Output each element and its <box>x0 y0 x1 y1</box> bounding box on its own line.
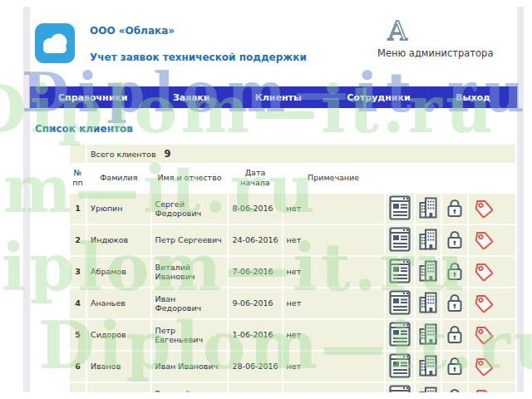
table-row: 3 Абрамов Виталий Иванович 7-06-2016 нет <box>70 257 515 287</box>
row-number: 3 <box>70 257 86 287</box>
row-date: 1-05-2016 <box>229 383 281 392</box>
row-name: Иван Федорович <box>152 288 228 318</box>
row-number: 5 <box>70 320 86 350</box>
lock-icon[interactable] <box>446 198 464 218</box>
company-building-icon[interactable] <box>419 323 437 345</box>
row-note: нет <box>283 288 384 318</box>
summary-spacer <box>70 145 86 163</box>
view-details-icon[interactable] <box>389 322 411 347</box>
row-surname: Урюпин <box>87 194 150 224</box>
nav-item-sotrudniki[interactable]: Сотрудники <box>347 92 410 103</box>
column-header: Имя и отчество <box>152 165 228 192</box>
clients-total: Всего клиентов9 <box>87 145 515 163</box>
row-number: 7 <box>70 383 86 392</box>
client-table-body: Всего клиентов9 № ппФамилияИмя и отчеств… <box>70 145 515 392</box>
row-surname: Иванов <box>87 352 150 382</box>
delete-tag-icon[interactable] <box>472 355 494 377</box>
table-row: 6 Иванов Иван Иванович 28-06-2016 нет <box>70 352 515 382</box>
content-card: ООО «Облака» Учет заявок технической под… <box>30 7 517 392</box>
row-note: первичное обращение <box>283 383 384 392</box>
clients-total-count: 9 <box>165 148 171 160</box>
row-name: Сергей Федорович <box>152 194 228 224</box>
delete-tag-icon[interactable] <box>472 260 494 282</box>
delete-tag-icon[interactable] <box>472 229 494 250</box>
table-row: 5 Сидоров Петр Евгеньевич 1-06-2016 нет <box>70 320 515 350</box>
admin-letter-icon: A <box>382 15 517 47</box>
admin-menu[interactable]: A Меню администратора <box>377 15 517 59</box>
row-name: Иван Иванович <box>152 352 228 382</box>
table-row: 7 Петров Василий Александрович 1-05-2016… <box>70 383 515 392</box>
row-date: 28-06-2016 <box>229 352 281 382</box>
row-surname: Абрамов <box>87 257 150 287</box>
row-note: нет <box>283 320 384 350</box>
row-note: нет <box>283 352 384 382</box>
summary-row: Всего клиентов9 <box>70 145 515 163</box>
column-header: Фамилия <box>87 165 150 192</box>
company-building-icon[interactable] <box>419 260 437 282</box>
view-details-icon[interactable] <box>389 353 411 378</box>
delete-tag-icon[interactable] <box>472 292 494 313</box>
table-row: 4 Ананьев Иван Федорович 9-06-2016 нет <box>70 288 515 318</box>
lock-icon[interactable] <box>446 387 464 392</box>
admin-menu-label: Меню администратора <box>377 47 517 59</box>
lock-icon[interactable] <box>446 261 464 281</box>
row-number: 6 <box>70 352 86 382</box>
row-note: нет <box>283 225 384 255</box>
row-note: нет <box>283 257 384 287</box>
row-surname: Петров <box>87 383 150 392</box>
row-date: 24-06-2016 <box>229 225 281 255</box>
clients-total-label: Всего клиентов <box>91 150 155 159</box>
company-building-icon[interactable] <box>419 229 437 250</box>
company-building-icon[interactable] <box>419 355 437 377</box>
column-header-row: № ппФамилияИмя и отчествоДата началаПрим… <box>70 165 515 192</box>
nav-item-klienty[interactable]: Клиенты <box>255 92 302 103</box>
company-building-icon[interactable] <box>419 292 437 313</box>
row-name: Петр Сергеевич <box>152 225 228 255</box>
row-name: Петр Евгеньевич <box>152 320 228 350</box>
view-details-icon[interactable] <box>389 227 411 252</box>
column-header-spacer <box>386 165 515 192</box>
lock-icon[interactable] <box>446 356 464 376</box>
row-number: 1 <box>70 194 86 224</box>
table-row: 1 Урюпин Сергей Федорович 8-06-2016 нет <box>70 194 515 224</box>
row-name: Василий Александрович <box>152 383 228 392</box>
row-date: 1-06-2016 <box>229 320 281 350</box>
row-name: Виталий Иванович <box>152 257 228 287</box>
app-header: ООО «Облака» Учет заявок технической под… <box>30 7 517 86</box>
row-number: 2 <box>70 225 86 255</box>
table-row: 2 Индюков Петр Сергеевич 24-06-2016 нет <box>70 225 515 255</box>
lock-icon[interactable] <box>446 293 464 313</box>
column-header: № пп <box>70 165 86 192</box>
svg-text:A: A <box>387 15 407 47</box>
view-details-icon[interactable] <box>389 385 411 392</box>
company-building-icon[interactable] <box>419 387 437 392</box>
main-nav: СправочникиЗаявкиКлиентыСотрудникиВыход <box>30 86 517 108</box>
row-date: 8-06-2016 <box>229 194 281 224</box>
view-details-icon[interactable] <box>389 195 411 220</box>
row-surname: Сидоров <box>87 320 150 350</box>
view-details-icon[interactable] <box>389 259 411 283</box>
company-name: ООО «Облака» <box>90 25 307 37</box>
row-number: 4 <box>70 288 86 318</box>
view-details-icon[interactable] <box>389 290 411 315</box>
row-date: 7-06-2016 <box>229 257 281 287</box>
titles: ООО «Облака» Учет заявок технической под… <box>90 25 307 63</box>
lock-icon[interactable] <box>446 229 464 249</box>
delete-tag-icon[interactable] <box>472 323 494 345</box>
row-surname: Индюков <box>87 225 150 255</box>
lock-icon[interactable] <box>446 324 464 344</box>
page-title: Список клиентов <box>35 123 517 135</box>
row-date: 9-06-2016 <box>229 288 281 318</box>
column-header: Дата начала <box>229 165 281 192</box>
app-title: Учет заявок технической поддержки <box>90 52 307 63</box>
delete-tag-icon[interactable] <box>472 387 494 392</box>
nav-item-zayavki[interactable]: Заявки <box>173 92 209 103</box>
screen: ООО «Облака» Учет заявок технической под… <box>0 0 532 399</box>
nav-item-spravochniki[interactable]: Справочники <box>58 92 128 103</box>
nav-item-vyhod[interactable]: Выход <box>456 92 490 103</box>
cloud-logo-icon <box>35 23 75 63</box>
company-building-icon[interactable] <box>419 197 437 219</box>
row-surname: Ананьев <box>87 288 150 318</box>
row-note: нет <box>283 194 384 224</box>
delete-tag-icon[interactable] <box>472 197 494 219</box>
